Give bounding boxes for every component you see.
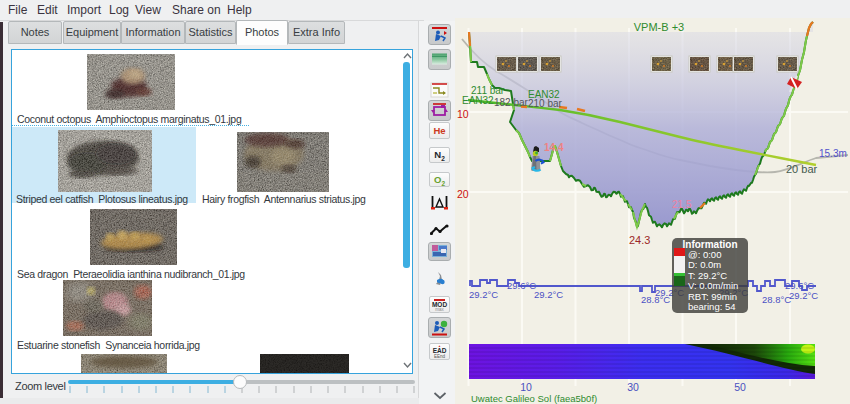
svg-text:28.8°C: 28.8°C bbox=[762, 294, 791, 305]
svg-text:20 bar: 20 bar bbox=[786, 163, 818, 175]
svg-text:24.3: 24.3 bbox=[629, 234, 650, 246]
svg-text:Information: Information bbox=[683, 239, 738, 250]
svg-text:29.6°C: 29.6°C bbox=[507, 280, 536, 291]
svg-text:29.2°C: 29.2°C bbox=[534, 289, 563, 300]
svg-text:210 bar: 210 bar bbox=[528, 98, 563, 109]
svg-text:50: 50 bbox=[734, 381, 746, 393]
svg-text:29.2°C: 29.2°C bbox=[469, 289, 498, 300]
svg-text:20: 20 bbox=[457, 188, 469, 200]
svg-text:14.4: 14.4 bbox=[544, 142, 564, 153]
svg-text:V: 0.0m/min: V: 0.0m/min bbox=[688, 280, 738, 291]
svg-text:VPM-B +3: VPM-B +3 bbox=[634, 21, 684, 33]
svg-text:bearing: 54: bearing: 54 bbox=[688, 301, 736, 312]
svg-text:Uwatec Galileo Sol (faea5b0f): Uwatec Galileo Sol (faea5b0f) bbox=[471, 393, 597, 404]
svg-text:30: 30 bbox=[627, 381, 639, 393]
svg-text:10: 10 bbox=[457, 108, 469, 120]
svg-text:29.2°C: 29.2°C bbox=[789, 290, 818, 301]
svg-text:15.3m: 15.3m bbox=[819, 148, 847, 159]
svg-text:EAN32: EAN32 bbox=[462, 95, 494, 106]
svg-text:10: 10 bbox=[520, 381, 532, 393]
svg-text:D: 0.0m: D: 0.0m bbox=[688, 259, 721, 270]
svg-text:21.5: 21.5 bbox=[672, 199, 692, 210]
svg-text:182 bar: 182 bar bbox=[494, 97, 529, 108]
